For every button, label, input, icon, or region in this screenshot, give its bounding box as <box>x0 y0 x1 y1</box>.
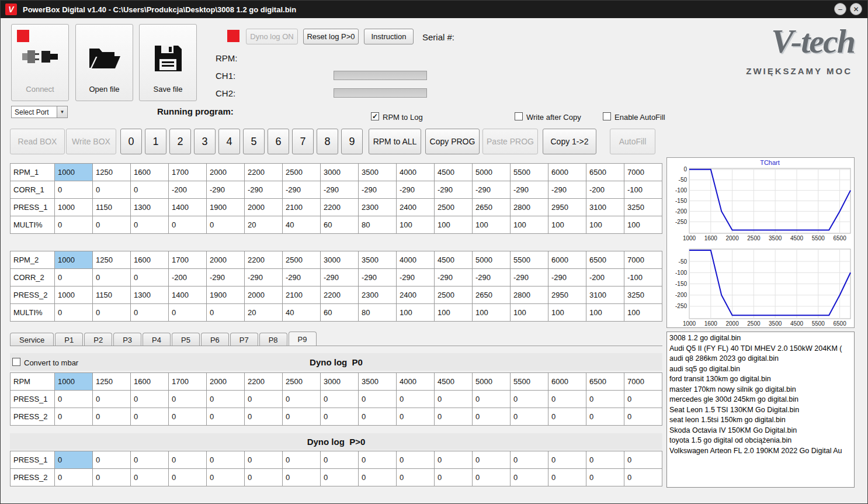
grid-cell[interactable]: -290 <box>397 269 435 286</box>
grid-cell[interactable]: 0 <box>435 469 473 486</box>
grid-cell[interactable]: 100 <box>586 304 624 322</box>
grid-cell[interactable]: 2000 <box>207 164 245 181</box>
grid-cell[interactable]: -290 <box>245 269 283 286</box>
grid-cell[interactable]: 2650 <box>473 199 511 216</box>
grid-cell[interactable]: 0 <box>93 408 131 426</box>
grid-cell[interactable]: 5500 <box>511 164 548 181</box>
rpm-to-all-button[interactable]: RPM to ALL <box>369 129 421 154</box>
grid-cell[interactable]: 1700 <box>169 373 207 391</box>
grid-cell[interactable]: 100 <box>548 216 586 234</box>
grid-cell[interactable]: -290 <box>473 181 511 199</box>
grid-cell[interactable]: -290 <box>359 269 397 286</box>
grid-cell[interactable]: 6500 <box>586 373 624 391</box>
file-list-item[interactable]: toyota 1.5 go digital od obciążenia.bin <box>667 436 854 446</box>
grid-cell[interactable]: 1150 <box>93 199 131 216</box>
grid-cell[interactable]: 5500 <box>511 373 548 391</box>
grid-cell[interactable]: 4500 <box>435 373 473 391</box>
paste-prog-button[interactable]: Paste PROG <box>482 129 538 154</box>
grid-cell[interactable]: 0 <box>397 469 435 486</box>
grid-cell[interactable]: 3250 <box>624 286 662 304</box>
grid-cell[interactable]: 0 <box>93 181 131 199</box>
grid-cell[interactable]: 2000 <box>207 373 245 391</box>
grid-cell[interactable]: 60 <box>321 304 359 322</box>
grid-cell[interactable]: -290 <box>245 181 283 199</box>
digit-button[interactable]: 5 <box>243 129 265 154</box>
tab[interactable]: Service <box>10 333 54 346</box>
grid-cell[interactable]: 0 <box>511 408 548 426</box>
grid-cell[interactable]: 0 <box>245 408 283 426</box>
grid-cell[interactable]: 0 <box>397 408 435 426</box>
grid-cell[interactable]: 0 <box>207 216 245 234</box>
grid-cell[interactable]: -200 <box>586 269 624 286</box>
grid-cell[interactable]: 3000 <box>321 164 359 181</box>
grid-cell[interactable]: 0 <box>548 451 586 469</box>
grid-cell[interactable]: 0 <box>131 469 169 486</box>
grid-cell[interactable]: 3100 <box>586 286 624 304</box>
grid-cell[interactable]: 2500 <box>283 164 321 181</box>
grid-cell[interactable]: 100 <box>397 216 435 234</box>
grid-cell[interactable]: 0 <box>131 391 169 408</box>
grid-cell[interactable]: 6500 <box>586 164 624 181</box>
grid-cell[interactable]: 4000 <box>397 251 435 269</box>
grid-cell[interactable]: 0 <box>93 391 131 408</box>
grid-cell[interactable]: 0 <box>586 451 624 469</box>
grid-cell[interactable]: 2800 <box>511 286 548 304</box>
grid-cell[interactable]: 0 <box>321 391 359 408</box>
close-button[interactable]: ✕ <box>850 3 862 15</box>
tab[interactable]: P8 <box>259 333 287 346</box>
read-box-button[interactable]: Read BOX <box>10 129 65 154</box>
grid-cell[interactable]: 0 <box>207 391 245 408</box>
grid-cell[interactable]: 0 <box>131 181 169 199</box>
grid-cell[interactable]: -290 <box>359 181 397 199</box>
grid-cell[interactable]: -200 <box>169 269 207 286</box>
grid-cell[interactable]: 0 <box>131 451 169 469</box>
grid-cell[interactable]: 0 <box>131 408 169 426</box>
grid-cell[interactable]: 2500 <box>435 199 473 216</box>
copy-prog-button[interactable]: Copy PROG <box>425 129 480 154</box>
tab[interactable]: P6 <box>201 333 229 346</box>
dyno-log-on-button[interactable]: Dyno log ON <box>246 29 298 44</box>
grid-cell[interactable]: 1400 <box>169 286 207 304</box>
grid-cell[interactable]: 0 <box>548 408 586 426</box>
grid-cell[interactable]: -100 <box>624 181 662 199</box>
digit-button[interactable]: 9 <box>341 129 363 154</box>
grid-cell[interactable]: 0 <box>435 451 473 469</box>
grid-cell[interactable]: 2500 <box>435 286 473 304</box>
grid-cell[interactable]: 1000 <box>55 251 93 269</box>
grid-cell[interactable]: 1700 <box>169 251 207 269</box>
file-list-item[interactable]: ford transit 130km go digital.bin <box>667 374 854 385</box>
open-file-button[interactable]: Open file <box>75 24 133 101</box>
file-list-item[interactable]: Seat Leon 1.5 TSI 130KM Go Digital.bin <box>667 405 854 416</box>
grid-cell[interactable]: 0 <box>435 408 473 426</box>
grid-cell[interactable]: 0 <box>169 304 207 322</box>
grid-cell[interactable]: 5000 <box>473 251 511 269</box>
instruction-button[interactable]: Instruction <box>364 29 414 44</box>
grid-cell[interactable]: 0 <box>93 469 131 486</box>
grid-cell[interactable]: 3500 <box>359 164 397 181</box>
file-list-item[interactable]: audi sq5 go digital.bin <box>667 364 854 375</box>
autofill-button[interactable]: AutoFill <box>610 129 655 154</box>
grid-cell[interactable]: 4000 <box>397 373 435 391</box>
write-box-button[interactable]: Write BOX <box>66 129 116 154</box>
grid-cell[interactable]: 0 <box>169 469 207 486</box>
grid-cell[interactable]: 0 <box>283 391 321 408</box>
file-list-item[interactable]: seat leon 1.5tsi 150km go digital.bin <box>667 415 854 426</box>
grid-cell[interactable]: 0 <box>359 408 397 426</box>
tab[interactable]: P7 <box>230 333 258 346</box>
grid-cell[interactable]: 0 <box>511 469 548 486</box>
tab[interactable]: P4 <box>143 333 171 346</box>
grid-cell[interactable]: 40 <box>283 304 321 322</box>
digit-button[interactable]: 1 <box>145 129 166 154</box>
grid-cell[interactable]: 1300 <box>131 199 169 216</box>
grid-cell[interactable]: 0 <box>511 391 548 408</box>
grid-cell[interactable]: 1000 <box>55 164 93 181</box>
grid-cell[interactable]: 4500 <box>435 251 473 269</box>
grid-cell[interactable]: 0 <box>55 391 93 408</box>
grid-cell[interactable]: 1900 <box>207 286 245 304</box>
grid-cell[interactable]: 3100 <box>586 199 624 216</box>
grid-cell[interactable]: 6500 <box>586 251 624 269</box>
digit-button[interactable]: 4 <box>218 129 240 154</box>
grid-cell[interactable]: 100 <box>473 216 511 234</box>
grid-cell[interactable]: 100 <box>435 216 473 234</box>
grid-cell[interactable]: -290 <box>435 269 473 286</box>
